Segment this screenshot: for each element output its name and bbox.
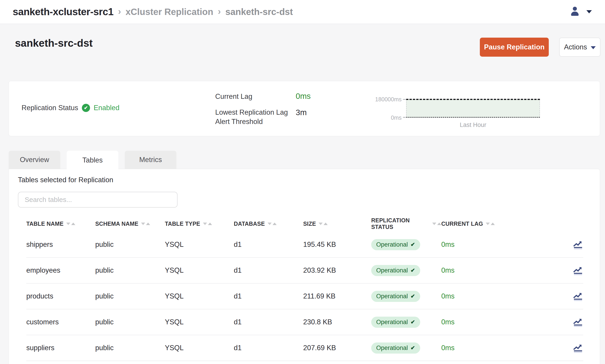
column-label: REPLICATION STATUS [371,217,430,230]
user-avatar-icon [568,5,581,19]
line-chart-icon [573,291,583,301]
replication-tables-table: TABLE NAME SCHEMA NAME TABLE TYPE DATABA… [26,216,583,361]
view-lag-graph-button[interactable] [573,265,583,276]
lag-chart-tick [403,117,406,118]
table-row: products public YSQL d1 211.69 KB Operat… [26,284,583,309]
breadcrumb: sanketh-xcluster-src1 › xCluster Replica… [13,6,293,17]
tab-metrics[interactable]: Metrics [125,151,176,169]
cell-table-type: YSQL [165,292,234,300]
cell-table-name: employees [26,266,95,274]
column-label: TABLE NAME [26,221,64,227]
status-badge: Operational✔ [371,239,420,250]
column-header-table-type[interactable]: TABLE TYPE [165,221,234,227]
cell-schema-name: public [95,318,165,326]
tab-overview[interactable]: Overview [9,151,60,169]
sort-icon[interactable] [203,222,212,225]
line-chart-icon [573,239,583,250]
chevron-down-icon [591,46,596,49]
cell-table-type: YSQL [165,344,234,352]
replication-status-value: Enabled [94,104,119,112]
breadcrumb-xcluster-link[interactable]: xCluster Replication [126,7,213,17]
cell-schema-name: public [95,240,165,249]
alert-threshold-label-line1: Lowest Replication Lag [215,108,288,116]
current-lag-value: 0ms [296,91,311,101]
column-label: CURRENT LAG [441,221,483,227]
cell-database: d1 [234,240,303,249]
sort-icon[interactable] [486,222,495,225]
page-title: sanketh-src-dst [15,37,93,49]
lag-chart-xlabel: Last Hour [406,121,540,129]
chevron-down-icon [586,10,592,13]
cell-table-type: YSQL [165,240,234,249]
table-row: employees public YSQL d1 203.92 KB Opera… [26,258,583,284]
cell-current-lag: 0ms [441,344,563,352]
cell-table-type: YSQL [165,318,234,326]
pause-replication-button[interactable]: Pause Replication [480,38,549,57]
cell-current-lag: 0ms [441,292,563,300]
cell-size: 230.8 KB [303,318,371,326]
tables-panel: Tables selected for Replication TABLE NA… [9,169,600,364]
cell-database: d1 [234,344,303,352]
lag-chart-ymin-label: 0ms [353,115,402,121]
lag-sparkline-chart [406,99,540,118]
sort-icon[interactable] [141,222,150,225]
check-icon: ✔ [411,319,415,325]
view-lag-graph-button[interactable] [573,239,583,250]
actions-dropdown-button[interactable]: Actions [559,38,601,57]
cell-table-type: YSQL [165,266,234,274]
status-badge-label: Operational [376,345,408,351]
check-icon: ✔ [411,293,415,299]
chevron-right-icon: › [218,6,221,16]
check-circle-icon: ✔ [82,104,90,112]
top-bar: sanketh-xcluster-src1 › xCluster Replica… [0,0,605,24]
header-actions: Pause Replication Actions [480,38,601,57]
cell-database: d1 [234,292,303,300]
xcluster-replication-page: sanketh-xcluster-src1 › xCluster Replica… [0,0,605,364]
cell-schema-name: public [95,266,165,274]
view-lag-graph-button[interactable] [573,343,583,353]
column-header-size[interactable]: SIZE [303,221,371,227]
cell-schema-name: public [95,344,165,352]
cell-table-name: customers [26,318,95,326]
column-label: SCHEMA NAME [95,221,138,227]
breadcrumb-universe-link[interactable]: sanketh-xcluster-src1 [13,6,113,17]
panel-heading: Tables selected for Replication [18,176,113,184]
column-label: DATABASE [234,221,265,227]
check-icon: ✔ [411,267,415,273]
cell-database: d1 [234,266,303,274]
cell-current-lag: 0ms [441,266,563,274]
line-chart-icon [573,317,583,327]
cell-size: 195.45 KB [303,240,371,249]
status-badge: Operational✔ [371,342,420,353]
search-tables-input[interactable] [18,192,178,208]
column-header-current-lag[interactable]: CURRENT LAG [441,221,563,227]
status-badge-label: Operational [376,293,408,300]
sort-icon[interactable] [66,222,75,225]
line-chart-icon [573,343,583,353]
column-header-table-name[interactable]: TABLE NAME [26,221,95,227]
check-icon: ✔ [411,241,415,248]
lag-series-line [406,117,540,118]
status-badge-label: Operational [376,241,408,248]
actions-button-label: Actions [564,43,587,51]
cell-database: d1 [234,318,303,326]
column-header-replication-status[interactable]: REPLICATION STATUS [371,217,441,230]
user-menu-button[interactable] [568,5,592,19]
sort-icon[interactable] [268,222,277,225]
table-row: shippers public YSQL d1 195.45 KB Operat… [26,232,583,258]
alert-threshold-label: Lowest Replication Lag Alert Threshold [215,108,288,126]
column-header-database[interactable]: DATABASE [234,221,303,227]
status-badge-label: Operational [376,267,408,274]
alert-threshold-label-line2: Alert Threshold [215,118,263,126]
sort-icon[interactable] [432,222,441,225]
sort-icon[interactable] [319,222,328,225]
cell-table-name: suppliers [26,344,95,352]
alert-threshold-value: 3m [296,108,307,117]
status-badge: Operational✔ [371,291,420,302]
tab-tables[interactable]: Tables [67,151,118,169]
cell-table-name: products [26,292,95,300]
status-badge-label: Operational [376,319,408,326]
view-lag-graph-button[interactable] [573,317,583,327]
column-header-schema-name[interactable]: SCHEMA NAME [95,221,165,227]
view-lag-graph-button[interactable] [573,291,583,301]
